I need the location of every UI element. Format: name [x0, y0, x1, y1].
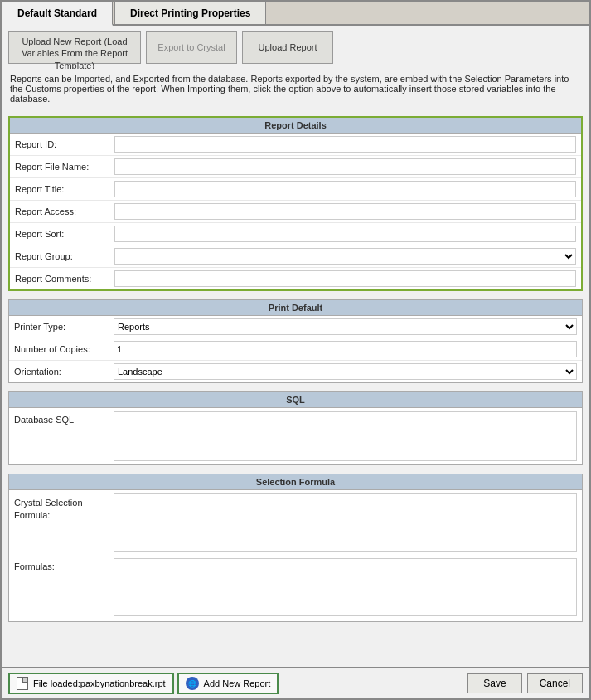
orientation-select[interactable]: Landscape: [114, 363, 577, 380]
formulas-row: Formulas:: [9, 555, 582, 621]
report-title-row: Report Title:: [10, 178, 581, 201]
copies-input[interactable]: [114, 341, 577, 357]
export-crystal-button[interactable]: Export to Crystal: [146, 31, 237, 64]
printer-type-row: Printer Type: Reports: [9, 316, 582, 338]
report-sort-label: Report Sort:: [15, 229, 114, 239]
bottom-bar: File loaded:paxbynationbreak.rpt 🌐 Add N…: [2, 667, 589, 698]
file-icon: [17, 677, 28, 690]
crystal-formula-label: Crystal Selection Formula:: [14, 493, 114, 523]
report-access-row: Report Access:: [10, 201, 581, 223]
report-sort-row: Report Sort:: [10, 223, 581, 245]
crystal-formula-textarea[interactable]: [114, 493, 577, 552]
report-filename-input[interactable]: [114, 158, 576, 175]
bottom-right: Save Cancel: [467, 673, 583, 693]
orientation-label: Orientation:: [14, 367, 114, 377]
bottom-left: File loaded:paxbynationbreak.rpt 🌐 Add N…: [8, 673, 461, 694]
report-comments-row: Report Comments:: [10, 268, 581, 289]
print-default-header: Print Default: [9, 300, 582, 316]
report-group-label: Report Group:: [15, 251, 114, 261]
report-comments-input[interactable]: [114, 270, 576, 287]
main-window: Default Standard Direct Printing Propert…: [0, 0, 591, 700]
globe-icon: 🌐: [186, 677, 199, 690]
printer-type-select[interactable]: Reports: [114, 318, 577, 335]
add-new-report-badge[interactable]: 🌐 Add New Report: [177, 673, 279, 694]
toolbar: Upload New Report (Load Variables From t…: [2, 26, 589, 69]
report-group-select[interactable]: [114, 248, 576, 265]
sql-section: SQL Database SQL: [8, 391, 583, 465]
report-id-row: Report ID:: [10, 134, 581, 156]
upload-report-button[interactable]: Upload Report: [242, 31, 333, 64]
crystal-formula-row: Crystal Selection Formula:: [9, 490, 582, 555]
sql-row: Database SQL: [9, 408, 582, 464]
copies-row: Number of Copies:: [9, 338, 582, 361]
report-title-label: Report Title:: [15, 184, 114, 194]
sql-label: Database SQL: [14, 411, 114, 425]
save-button[interactable]: Save: [467, 673, 521, 693]
report-sort-input[interactable]: [114, 226, 576, 242]
report-filename-row: Report File Name:: [10, 156, 581, 178]
report-id-input[interactable]: [114, 136, 576, 153]
info-text: Reports can be Imported, and Exported fr…: [2, 69, 589, 109]
report-filename-label: Report File Name:: [15, 162, 114, 172]
report-details-header: Report Details: [10, 118, 581, 134]
cancel-button[interactable]: Cancel: [527, 673, 583, 693]
report-title-input[interactable]: [114, 181, 576, 197]
print-default-section: Print Default Printer Type: Reports Numb…: [8, 299, 583, 383]
tab-direct-printing[interactable]: Direct Printing Properties: [114, 2, 266, 24]
add-new-report-label: Add New Report: [204, 678, 271, 688]
sql-textarea[interactable]: [114, 411, 577, 461]
tab-bar: Default Standard Direct Printing Propert…: [2, 2, 589, 26]
sql-header: SQL: [9, 392, 582, 408]
report-group-row: Report Group:: [10, 245, 581, 268]
report-access-label: Report Access:: [15, 207, 114, 216]
report-details-section: Report Details Report ID: Report File Na…: [8, 116, 583, 291]
orientation-row: Orientation: Landscape: [9, 361, 582, 382]
selection-formula-section: Selection Formula Crystal Selection Form…: [8, 474, 583, 622]
content-area: Report Details Report ID: Report File Na…: [2, 109, 589, 667]
file-loaded-label: File loaded:paxbynationbreak.rpt: [33, 678, 166, 688]
tab-default-standard[interactable]: Default Standard: [2, 2, 113, 26]
selection-formula-header: Selection Formula: [9, 474, 582, 490]
copies-label: Number of Copies:: [14, 344, 114, 354]
formulas-textarea[interactable]: [114, 558, 577, 616]
upload-new-report-button[interactable]: Upload New Report (Load Variables From t…: [8, 31, 141, 64]
formulas-label: Formulas:: [14, 558, 114, 571]
file-loaded-badge[interactable]: File loaded:paxbynationbreak.rpt: [8, 673, 174, 694]
printer-type-label: Printer Type:: [14, 322, 114, 332]
report-comments-label: Report Comments:: [15, 274, 114, 284]
report-id-label: Report ID:: [15, 139, 114, 149]
report-access-input[interactable]: [114, 203, 576, 220]
